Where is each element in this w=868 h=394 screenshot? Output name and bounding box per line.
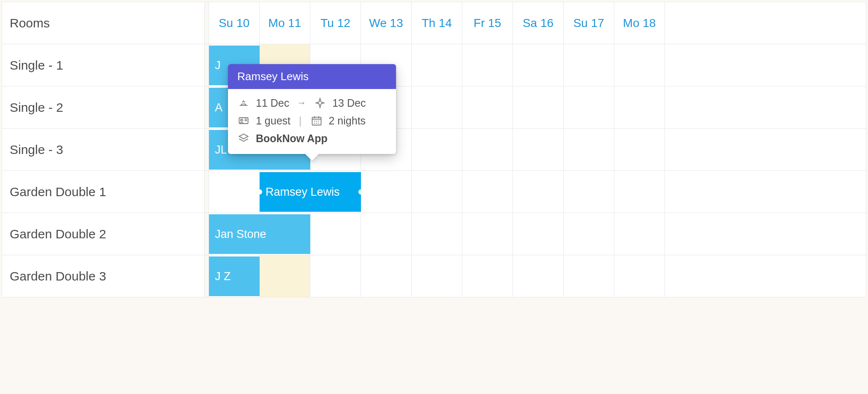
day-cell[interactable] bbox=[614, 213, 665, 255]
day-header[interactable]: Sa 16 bbox=[513, 2, 564, 44]
room-row: Garden Double 1 bbox=[2, 171, 866, 213]
day-header[interactable]: Mo 11 bbox=[260, 2, 310, 44]
night-count: 2 nights bbox=[329, 115, 366, 127]
day-cell[interactable] bbox=[361, 171, 412, 213]
booking-label: A bbox=[215, 101, 222, 114]
day-cell[interactable] bbox=[665, 171, 866, 213]
day-header[interactable]: Mo 18 bbox=[614, 2, 665, 44]
booking-label: JL bbox=[215, 143, 227, 157]
day-cell[interactable] bbox=[513, 255, 564, 297]
room-row: Garden Double 3 bbox=[2, 255, 866, 297]
day-cell[interactable] bbox=[412, 171, 462, 213]
row-gutter bbox=[205, 86, 209, 128]
day-cell[interactable] bbox=[209, 171, 260, 213]
day-cell[interactable] bbox=[462, 86, 513, 128]
day-cell[interactable] bbox=[462, 44, 513, 86]
day-cell[interactable] bbox=[614, 171, 665, 213]
checkin-date: 11 Dec bbox=[256, 97, 289, 109]
day-cell[interactable] bbox=[260, 255, 310, 297]
header-gutter bbox=[205, 2, 209, 44]
day-cell[interactable] bbox=[665, 255, 866, 297]
booking-popover[interactable]: Ramsey Lewis 11 Dec → 13 Dec 1 guest | bbox=[228, 64, 396, 154]
day-cell[interactable] bbox=[412, 255, 462, 297]
day-header[interactable]: Su 10 bbox=[209, 2, 260, 44]
day-cell[interactable] bbox=[361, 255, 412, 297]
popover-arrow-icon bbox=[305, 154, 319, 161]
day-cell[interactable] bbox=[462, 255, 513, 297]
row-gutter bbox=[205, 44, 209, 86]
row-gutter bbox=[205, 255, 209, 297]
day-header[interactable]: We 13 bbox=[361, 2, 412, 44]
day-cell[interactable] bbox=[665, 86, 866, 128]
day-cell[interactable] bbox=[412, 86, 462, 128]
rooms-header-label: Rooms bbox=[10, 16, 50, 30]
day-cell[interactable] bbox=[513, 213, 564, 255]
day-cell[interactable] bbox=[564, 129, 614, 170]
day-cell[interactable] bbox=[310, 213, 361, 255]
popover-guests-row: 1 guest | 2 nights bbox=[237, 114, 387, 127]
rooms-header: Rooms bbox=[2, 2, 205, 44]
day-header[interactable]: Tu 12 bbox=[310, 2, 361, 44]
room-row: Single - 2 bbox=[2, 86, 866, 129]
booking-source: BookNow App bbox=[256, 132, 328, 145]
room-label[interactable]: Single - 2 bbox=[2, 86, 205, 128]
row-gutter bbox=[205, 213, 209, 255]
day-cell[interactable] bbox=[462, 171, 513, 213]
day-header[interactable]: Su 17 bbox=[564, 2, 614, 44]
day-cell[interactable] bbox=[412, 44, 462, 86]
day-cell[interactable] bbox=[462, 129, 513, 170]
popover-title: Ramsey Lewis bbox=[228, 64, 396, 89]
booking-bar[interactable]: Jan Stone bbox=[209, 214, 310, 254]
day-cell[interactable] bbox=[361, 213, 412, 255]
day-cell[interactable] bbox=[513, 171, 564, 213]
row-gutter bbox=[205, 171, 209, 213]
id-card-icon bbox=[237, 114, 250, 127]
booking-label: J bbox=[215, 59, 221, 72]
day-cell[interactable] bbox=[412, 129, 462, 170]
day-cell[interactable] bbox=[513, 86, 564, 128]
day-cell[interactable] bbox=[513, 44, 564, 86]
resize-handle-left[interactable] bbox=[257, 189, 262, 194]
room-label[interactable]: Single - 1 bbox=[2, 44, 205, 86]
booking-label: Ramsey Lewis bbox=[266, 186, 340, 199]
resize-handle-right[interactable] bbox=[358, 189, 363, 194]
calendar-header-row: Rooms Su 10 Mo 11 Tu 12 We 13 Th 14 Fr 1… bbox=[2, 2, 866, 44]
day-cell[interactable] bbox=[412, 213, 462, 255]
bell-icon bbox=[237, 97, 250, 109]
day-header-overflow bbox=[665, 2, 866, 44]
room-label[interactable]: Garden Double 3 bbox=[2, 255, 205, 297]
day-cell[interactable] bbox=[614, 44, 665, 86]
day-header[interactable]: Th 14 bbox=[412, 2, 462, 44]
arrow-right-icon: → bbox=[297, 97, 306, 108]
svg-point-1 bbox=[241, 119, 243, 121]
guest-count: 1 guest bbox=[256, 115, 290, 127]
airplane-icon bbox=[314, 97, 326, 109]
day-cell[interactable] bbox=[564, 255, 614, 297]
room-label[interactable]: Garden Double 1 bbox=[2, 171, 205, 213]
day-cell[interactable] bbox=[665, 129, 866, 170]
popover-dates-row: 11 Dec → 13 Dec bbox=[237, 97, 387, 109]
day-cell[interactable] bbox=[614, 86, 665, 128]
popover-source-row: BookNow App bbox=[237, 132, 387, 145]
day-cell[interactable] bbox=[665, 44, 866, 86]
booking-bar[interactable]: J Z bbox=[209, 256, 260, 296]
booking-bar-selected[interactable]: Ramsey Lewis bbox=[260, 172, 361, 212]
day-cell[interactable] bbox=[665, 213, 866, 255]
booking-label: Jan Stone bbox=[215, 228, 266, 241]
room-label[interactable]: Garden Double 2 bbox=[2, 213, 205, 255]
layers-icon bbox=[237, 132, 250, 145]
day-header[interactable]: Fr 15 bbox=[462, 2, 513, 44]
day-cell[interactable] bbox=[564, 44, 614, 86]
room-row: Single - 3 bbox=[2, 129, 866, 171]
day-cell[interactable] bbox=[564, 213, 614, 255]
day-cell[interactable] bbox=[513, 129, 564, 170]
day-cell[interactable] bbox=[614, 129, 665, 170]
day-cell[interactable] bbox=[614, 255, 665, 297]
day-cell[interactable] bbox=[564, 171, 614, 213]
calendar-grid: Rooms Su 10 Mo 11 Tu 12 We 13 Th 14 Fr 1… bbox=[2, 2, 866, 297]
day-cell[interactable] bbox=[310, 255, 361, 297]
separator: | bbox=[299, 115, 302, 127]
day-cell[interactable] bbox=[564, 86, 614, 128]
day-cell[interactable] bbox=[462, 213, 513, 255]
room-label[interactable]: Single - 3 bbox=[2, 129, 205, 170]
